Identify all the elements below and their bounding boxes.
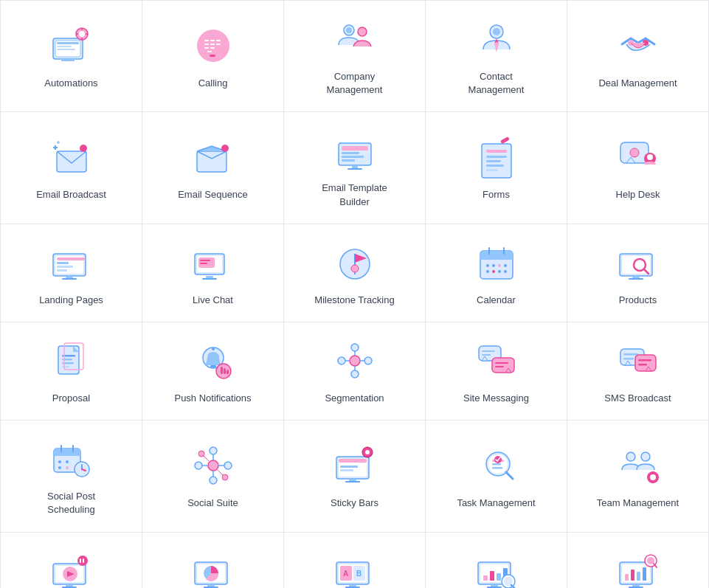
cell-email-sequence[interactable]: Email Sequence (142, 112, 284, 224)
cell-social-suite[interactable]: Social Suite (142, 421, 284, 532)
svg-rect-207 (349, 584, 356, 587)
cell-products[interactable]: Products (567, 224, 709, 322)
svg-text:B: B (356, 570, 362, 578)
site-messaging-icon (473, 337, 520, 384)
cell-proposal[interactable]: Proposal (1, 322, 142, 421)
svg-rect-200 (204, 587, 218, 588)
svg-rect-49 (486, 150, 507, 153)
cell-video-templates[interactable]: Video Templates (1, 533, 142, 589)
cell-live-chat[interactable]: Live Chat (142, 224, 284, 322)
cell-email-template-builder[interactable]: Email TemplateBuilder (284, 112, 426, 224)
contact-management-icon (473, 15, 520, 63)
cell-web-analytics[interactable]: Web Analytics (142, 533, 284, 589)
cell-social-post-scheduling[interactable]: Social PostScheduling (1, 421, 142, 532)
cell-milestone-tracking[interactable]: Milestone Tracking (284, 224, 426, 322)
team-management-icon (615, 442, 662, 489)
task-management-label: Task Management (457, 497, 535, 510)
automations-label: Automations (44, 77, 97, 90)
svg-point-112 (350, 356, 360, 366)
svg-rect-195 (83, 558, 84, 563)
svg-rect-225 (643, 567, 646, 581)
svg-rect-103 (62, 366, 69, 368)
forms-label: Forms (483, 188, 510, 201)
svg-rect-2 (57, 42, 79, 44)
cell-push-notifications[interactable]: Push Notifications (142, 322, 284, 421)
proposal-label: Proposal (52, 392, 90, 405)
cell-landing-pages[interactable]: Landing Pages (1, 224, 142, 322)
svg-rect-15 (216, 40, 221, 41)
cell-ab-landing-pages[interactable]: A B A/B Landing Pages (284, 533, 426, 589)
cell-help-desk[interactable]: Help Desk (567, 112, 709, 224)
svg-point-156 (222, 474, 228, 480)
landing-pages-icon (48, 239, 95, 286)
svg-rect-8 (81, 28, 83, 30)
svg-rect-213 (497, 573, 501, 581)
cell-custom-reporting[interactable]: Custom Reporting (426, 533, 567, 589)
calendar-icon (473, 239, 520, 286)
sms-broadcast-label: SMS Broadcast (604, 392, 671, 405)
svg-rect-139 (54, 453, 80, 456)
svg-point-113 (351, 344, 359, 351)
cell-contact-management[interactable]: ContactManagement (426, 1, 567, 112)
svg-rect-3 (57, 46, 72, 47)
svg-point-150 (208, 460, 218, 471)
svg-rect-125 (492, 358, 514, 373)
cell-site-messaging[interactable]: Site Messaging (426, 322, 567, 421)
products-icon (615, 239, 662, 286)
svg-point-86 (492, 264, 495, 267)
svg-rect-123 (482, 350, 495, 352)
svg-rect-66 (66, 276, 73, 278)
cell-sticky-bars[interactable]: Sticky Bars (284, 421, 426, 532)
help-desk-icon (615, 134, 662, 181)
contact-management-label: ContactManagement (468, 70, 525, 97)
cell-segmentation[interactable]: Segmentation (284, 322, 426, 421)
svg-rect-132 (623, 358, 634, 360)
svg-rect-166 (340, 466, 358, 468)
svg-rect-72 (200, 260, 210, 261)
products-grid: Automations Calling (0, 0, 709, 588)
svg-rect-175 (492, 463, 501, 466)
cell-forms[interactable]: Forms (426, 112, 567, 224)
cell-calendar[interactable]: Calendar (426, 224, 567, 322)
cell-deal-management[interactable]: Deal Management (567, 1, 709, 112)
svg-point-143 (66, 460, 69, 463)
cell-team-management[interactable]: Team Management (567, 421, 709, 532)
svg-point-88 (504, 264, 507, 267)
svg-rect-224 (637, 572, 640, 581)
svg-line-178 (506, 472, 513, 479)
svg-point-154 (224, 462, 232, 469)
email-sequence-label: Email Sequence (178, 188, 248, 201)
push-notifications-icon (190, 337, 237, 384)
cell-calling[interactable]: Calling (142, 1, 284, 112)
svg-point-155 (198, 451, 204, 457)
company-management-label: CompanyManagement (327, 70, 383, 97)
cell-sms-broadcast[interactable]: SMS Broadcast (567, 322, 709, 421)
svg-point-107 (212, 347, 215, 350)
svg-rect-165 (339, 459, 367, 463)
cell-task-management[interactable]: Task Management (426, 421, 567, 532)
svg-point-115 (338, 357, 345, 364)
svg-rect-62 (57, 257, 85, 260)
svg-point-92 (504, 270, 507, 273)
svg-rect-110 (224, 368, 226, 374)
svg-rect-136 (638, 364, 647, 366)
svg-rect-22 (210, 55, 215, 57)
svg-rect-44 (342, 156, 364, 158)
cell-company-management[interactable]: CompanyManagement (284, 1, 426, 112)
automations-icon (48, 22, 95, 69)
email-broadcast-label: Email Broadcast (36, 188, 106, 201)
cell-automations[interactable]: Automations (1, 1, 142, 112)
segmentation-label: Segmentation (325, 392, 384, 405)
push-notifications-label: Push Notifications (174, 392, 251, 405)
svg-rect-20 (210, 47, 215, 49)
email-template-builder-label: Email TemplateBuilder (322, 181, 387, 208)
cell-email-broadcast[interactable]: Email Broadcast (1, 112, 142, 224)
svg-rect-194 (80, 558, 81, 563)
svg-rect-184 (652, 481, 654, 483)
svg-point-87 (498, 264, 501, 267)
svg-rect-67 (62, 278, 77, 280)
custom-reporting-icon (473, 547, 520, 589)
social-post-scheduling-label: Social PostScheduling (47, 490, 95, 516)
svg-rect-208 (345, 587, 360, 588)
cell-workflows[interactable]: Workflows (567, 533, 709, 589)
